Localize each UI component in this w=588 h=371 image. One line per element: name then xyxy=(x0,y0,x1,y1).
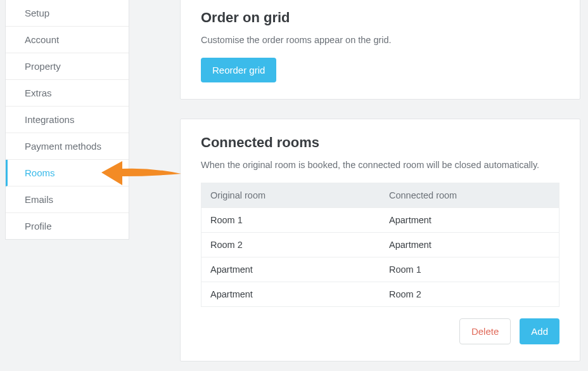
cell-connected: Room 2 xyxy=(380,282,559,307)
sidebar-item-integrations[interactable]: Integrations xyxy=(6,107,129,133)
sidebar-item-payment-methods[interactable]: Payment methods xyxy=(6,133,129,160)
main-content: Order on grid Customise the order rooms … xyxy=(136,0,588,371)
order-on-grid-description: Customise the order rooms appear on the … xyxy=(201,35,559,45)
sidebar-item-setup[interactable]: Setup xyxy=(6,0,129,27)
cell-connected: Apartment xyxy=(380,233,559,257)
table-row: Apartment Room 1 xyxy=(201,257,559,282)
add-button[interactable]: Add xyxy=(520,318,559,344)
connected-rooms-table: Original room Connected room Room 1 Apar… xyxy=(201,183,559,307)
connected-rooms-description: When the original room is booked, the co… xyxy=(201,160,559,170)
sidebar-item-extras[interactable]: Extras xyxy=(6,80,129,107)
table-row: Room 1 Apartment xyxy=(201,208,559,233)
cell-original: Apartment xyxy=(201,282,381,307)
table-row: Room 2 Apartment xyxy=(201,233,559,257)
cell-connected: Apartment xyxy=(380,208,559,233)
connected-rooms-title: Connected rooms xyxy=(201,134,559,151)
sidebar-list: Setup Account Property Extras Integratio… xyxy=(5,0,129,240)
reorder-grid-button[interactable]: Reorder grid xyxy=(201,58,276,82)
order-on-grid-card: Order on grid Customise the order rooms … xyxy=(180,0,580,100)
table-row: Apartment Room 2 xyxy=(201,282,559,307)
order-on-grid-title: Order on grid xyxy=(201,10,559,26)
sidebar: Setup Account Property Extras Integratio… xyxy=(0,0,136,371)
col-header-original: Original room xyxy=(201,183,381,208)
cell-original: Room 1 xyxy=(201,208,381,233)
sidebar-item-account[interactable]: Account xyxy=(6,27,129,53)
col-header-connected: Connected room xyxy=(380,183,559,208)
sidebar-item-property[interactable]: Property xyxy=(6,53,129,80)
sidebar-item-profile[interactable]: Profile xyxy=(6,213,129,239)
cell-original: Room 2 xyxy=(201,233,381,257)
sidebar-item-rooms[interactable]: Rooms xyxy=(6,160,129,186)
sidebar-item-emails[interactable]: Emails xyxy=(6,186,129,213)
delete-button[interactable]: Delete xyxy=(459,318,511,344)
connected-rooms-actions: Delete Add xyxy=(201,318,559,344)
cell-connected: Room 1 xyxy=(380,257,559,282)
cell-original: Apartment xyxy=(201,257,381,282)
connected-rooms-card: Connected rooms When the original room i… xyxy=(180,119,580,361)
